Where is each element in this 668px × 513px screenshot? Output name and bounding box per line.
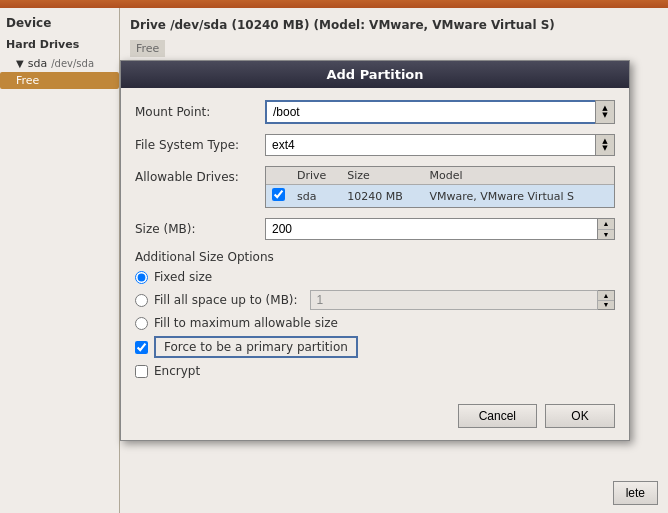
filesystem-wrapper: ext4 [265,134,615,156]
size-input-wrapper: ▲ ▼ [265,218,615,240]
fixed-size-option: Fixed size [135,270,615,284]
allowable-drives-row: Allowable Drives: Drive Size Model [135,166,615,208]
filesystem-row: File System Type: ext4 [135,134,615,156]
fill-max-option: Fill to maximum allowable size [135,316,615,330]
size-decrement-button[interactable]: ▼ [598,230,614,240]
sidebar-item-sda[interactable]: ▼ sda /dev/sda [0,55,119,72]
sidebar-item-free[interactable]: Free [0,72,119,89]
allowable-drives-label: Allowable Drives: [135,166,265,184]
dialog-title: Add Partition [121,61,629,88]
additional-size-section: Additional Size Options Fixed size Fill … [135,250,615,330]
mount-point-row: Mount Point: [135,100,615,124]
fill-decrement-button[interactable]: ▼ [598,301,614,310]
drives-col-check [266,167,291,185]
drives-table: Drive Size Model sda 10240 MB VMwar [266,167,614,207]
filesystem-select[interactable]: ext4 [265,134,615,156]
mount-point-control [265,100,615,124]
size-increment-button[interactable]: ▲ [598,219,614,230]
drives-table-wrapper: Drive Size Model sda 10240 MB VMwar [265,166,615,208]
drive-checkbox[interactable] [272,188,285,201]
drives-table-header-row: Drive Size Model [266,167,614,185]
fill-input-wrapper: ▲ ▼ [304,290,615,310]
drive-size-cell: 10240 MB [341,185,423,208]
fixed-size-radio[interactable] [135,271,148,284]
size-label: Size (MB): [135,222,265,236]
free-item-label: Free [16,74,39,87]
fill-space-option: Fill all space up to (MB): ▲ ▼ [135,290,615,310]
force-primary-checkbox[interactable] [135,341,148,354]
drive-checkbox-cell[interactable] [266,185,291,208]
encrypt-option: Encrypt [135,364,615,378]
force-primary-label: Force to be a primary partition [154,336,358,358]
dialog-buttons: Cancel OK [121,396,629,440]
drives-col-size: Size [341,167,423,185]
fill-max-radio[interactable] [135,317,148,330]
encrypt-checkbox[interactable] [135,365,148,378]
size-row: Size (MB): ▲ ▼ [135,218,615,240]
mount-point-label: Mount Point: [135,105,265,119]
chevron-down-icon: ▼ [16,58,24,69]
sda-label: sda [28,57,47,70]
mount-point-wrapper [265,100,615,124]
free-badge: Free [130,40,165,57]
drive-name-cell: sda [291,185,341,208]
drives-col-model: Model [423,167,614,185]
sda-sub-label: /dev/sda [51,58,94,69]
top-bar [0,0,668,8]
fill-max-label: Fill to maximum allowable size [154,316,338,330]
sidebar-device-header: Device [0,8,119,34]
table-row[interactable]: sda 10240 MB VMware, VMware Virtual S [266,185,614,208]
fill-space-label: Fill all space up to (MB): [154,293,298,307]
filesystem-label: File System Type: [135,138,265,152]
filesystem-control: ext4 [265,134,615,156]
fill-increment-button[interactable]: ▲ [598,291,614,301]
fill-spinner: ▲ ▼ [598,290,615,310]
fill-space-radio[interactable] [135,294,148,307]
sidebar-hard-drives: Hard Drives [0,34,119,55]
sidebar: Device Hard Drives ▼ sda /dev/sda Free [0,8,120,513]
size-spinner: ▲ ▼ [598,218,615,240]
drive-model-cell: VMware, VMware Virtual S [423,185,614,208]
cancel-button[interactable]: Cancel [458,404,537,428]
mount-point-input[interactable] [265,100,615,124]
size-input[interactable] [265,218,598,240]
delete-button[interactable]: lete [613,481,658,505]
force-primary-option: Force to be a primary partition [135,336,615,358]
encrypt-label: Encrypt [154,364,200,378]
add-partition-dialog: Add Partition Mount Point: File System T… [120,60,630,441]
additional-size-label: Additional Size Options [135,250,615,264]
drives-col-drive: Drive [291,167,341,185]
force-primary-text: Force to be a primary partition [154,336,358,358]
fixed-size-label: Fixed size [154,270,212,284]
dialog-body: Mount Point: File System Type: ext4 [121,88,629,396]
ok-button[interactable]: OK [545,404,615,428]
fill-space-input[interactable] [310,290,598,310]
drive-info: Drive /dev/sda (10240 MB) (Model: VMware… [130,18,658,32]
